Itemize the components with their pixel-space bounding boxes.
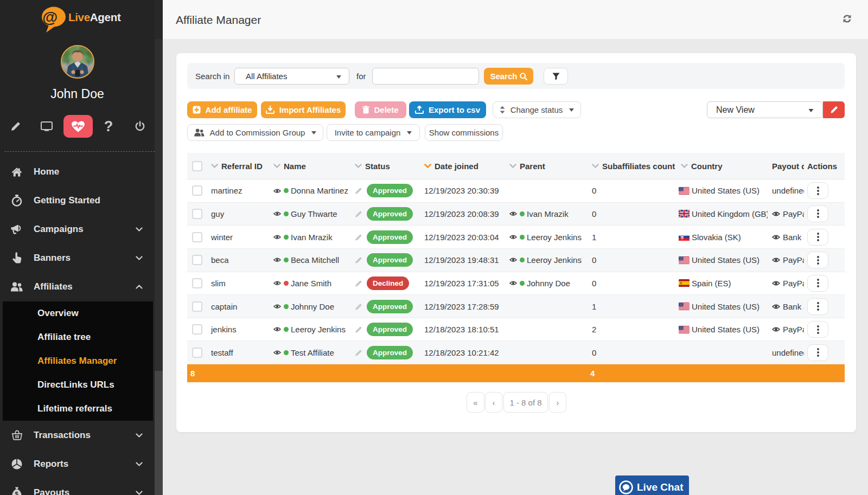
svg-text:$: $ bbox=[15, 491, 18, 495]
svg-text:@: @ bbox=[42, 9, 58, 26]
svg-text:LiveAgent: LiveAgent bbox=[68, 11, 121, 23]
